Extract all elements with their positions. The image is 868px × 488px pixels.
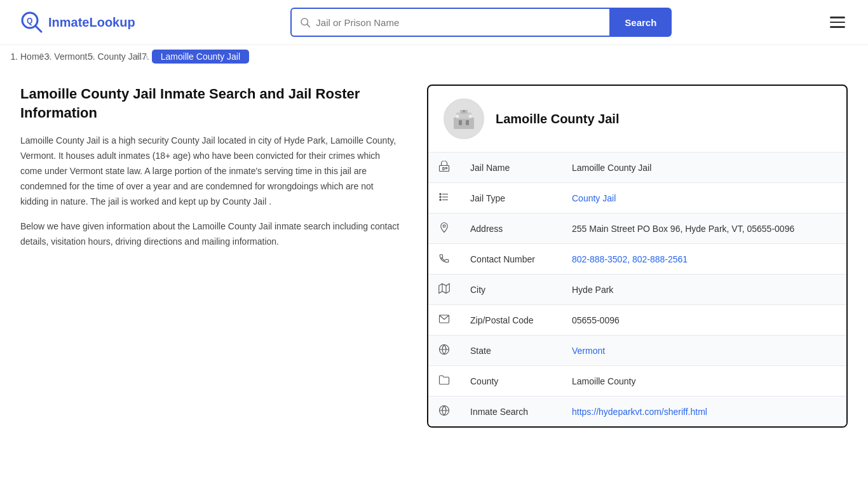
jail-building-icon: [451, 106, 477, 132]
table-value-link[interactable]: County Jail: [572, 193, 616, 203]
table-row: CountyLamoille County: [428, 366, 846, 396]
svg-point-21: [440, 199, 441, 200]
table-label: State: [460, 336, 562, 366]
avatar: [444, 98, 484, 139]
logo-icon: Q: [20, 11, 43, 34]
table-value[interactable]: 802-888-3502, 802-888-2561: [562, 244, 846, 274]
svg-rect-11: [456, 115, 459, 118]
svg-point-19: [440, 193, 441, 194]
search-button[interactable]: Search: [609, 8, 672, 37]
info-table: Jail NameLamoille County JailJail TypeCo…: [428, 152, 846, 426]
table-value: Lamoille County: [562, 366, 846, 396]
table-label: Address: [460, 214, 562, 244]
page-title: Lamoille County Jail Inmate Search and J…: [20, 85, 402, 122]
table-value[interactable]: https://hydeparkvt.com/sheriff.html: [562, 396, 846, 427]
logo-text: InmateLookup: [48, 15, 135, 30]
phone-icon: [428, 244, 460, 274]
type-icon: [428, 183, 460, 214]
hamburger-line-3: [830, 26, 845, 28]
table-value: 255 Main Street PO Box 96, Hyde Park, VT…: [562, 214, 846, 244]
page-description-1: Lamoille County Jail is a high security …: [20, 133, 402, 209]
table-row: Jail TypeCounty Jail: [428, 183, 846, 214]
table-value: Hyde Park: [562, 274, 846, 305]
page-description-2: Below we have given information about th…: [20, 219, 402, 250]
svg-marker-23: [439, 284, 450, 294]
svg-rect-5: [454, 118, 474, 129]
left-column: Lamoille County Jail Inmate Search and J…: [20, 85, 427, 250]
search-icon: [299, 17, 311, 28]
svg-rect-14: [443, 168, 444, 170]
search-icon: [428, 396, 460, 427]
hamburger-line-2: [830, 22, 845, 24]
city-icon: [428, 274, 460, 305]
svg-rect-15: [445, 168, 447, 169]
search-area: Search: [290, 8, 672, 37]
zip-icon: [428, 305, 460, 336]
hamburger-menu-button[interactable]: [827, 14, 848, 30]
table-row: CityHyde Park: [428, 274, 846, 305]
hamburger-line-1: [830, 17, 845, 18]
table-label: Inmate Search: [460, 396, 562, 427]
svg-point-22: [443, 225, 445, 227]
table-row: Address255 Main Street PO Box 96, Hyde P…: [428, 214, 846, 244]
breadcrumb-current-label: Lamoille County Jail: [152, 50, 249, 64]
svg-line-1: [36, 26, 41, 32]
svg-rect-10: [466, 120, 469, 125]
state-icon: [428, 336, 460, 366]
table-row: Inmate Searchhttps://hydeparkvt.com/sher…: [428, 396, 846, 427]
info-card: Lamoille County Jail Jail NameLamoille C…: [427, 85, 848, 428]
table-value[interactable]: Vermont: [562, 336, 846, 366]
svg-text:Q: Q: [27, 17, 32, 25]
breadcrumb: Home › Vermont › County Jail › Lamoille …: [0, 45, 868, 72]
svg-point-8: [463, 110, 465, 112]
table-label: Contact Number: [460, 244, 562, 274]
svg-rect-12: [469, 115, 471, 118]
table-value-link[interactable]: 802-888-3502, 802-888-2561: [572, 254, 688, 264]
county-icon: [428, 366, 460, 396]
table-row: Zip/Postal Code05655-0096: [428, 305, 846, 336]
table-row: Contact Number802-888-3502, 802-888-2561: [428, 244, 846, 274]
table-row: StateVermont: [428, 336, 846, 366]
right-column: Lamoille County Jail Jail NameLamoille C…: [427, 85, 848, 428]
logo-link[interactable]: Q InmateLookup: [20, 11, 135, 34]
breadcrumb-link-county-jail[interactable]: County Jail: [98, 51, 142, 62]
svg-rect-9: [459, 120, 462, 125]
table-label: Zip/Postal Code: [460, 305, 562, 336]
table-value: Lamoille County Jail: [562, 152, 846, 183]
table-value-link[interactable]: https://hydeparkvt.com/sheriff.html: [572, 407, 707, 417]
table-label: Jail Type: [460, 183, 562, 214]
table-value[interactable]: County Jail: [562, 183, 846, 214]
table-label: City: [460, 274, 562, 305]
jail-icon: [428, 152, 460, 183]
table-label: Jail Name: [460, 152, 562, 183]
search-input-wrapper: [290, 8, 609, 37]
header: Q InmateLookup Search: [0, 0, 868, 45]
table-row: Jail NameLamoille County Jail: [428, 152, 846, 183]
table-label: County: [460, 366, 562, 396]
table-value-link[interactable]: Vermont: [572, 346, 605, 356]
svg-line-4: [308, 24, 310, 27]
table-value: 05655-0096: [562, 305, 846, 336]
svg-point-20: [440, 196, 441, 198]
search-input[interactable]: [316, 17, 602, 28]
card-header: Lamoille County Jail: [428, 86, 846, 152]
main-content: Lamoille County Jail Inmate Search and J…: [0, 72, 868, 453]
breadcrumb-item-county-jail: County Jail: [98, 51, 142, 62]
card-title: Lamoille County Jail: [496, 112, 619, 126]
breadcrumb-item-current: Lamoille County Jail: [152, 51, 249, 62]
address-icon: [428, 214, 460, 244]
